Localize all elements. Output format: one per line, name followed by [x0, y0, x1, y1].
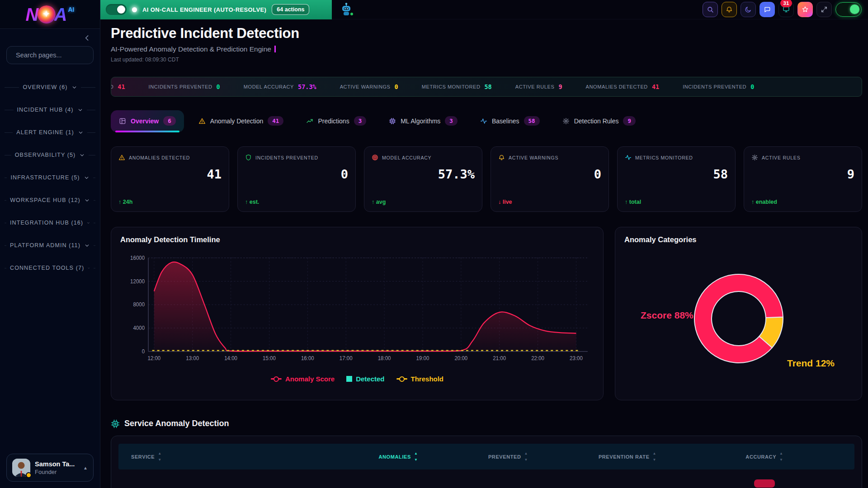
svg-text:8000: 8000 — [133, 301, 145, 307]
tab-count-badge: 9 — [623, 116, 636, 126]
search-input[interactable] — [16, 52, 100, 59]
tab-overview[interactable]: Overview 6 — [111, 110, 184, 132]
sidebar-section-item[interactable]: OVERVIEW (6) — [0, 76, 100, 99]
notifications-monitor-button[interactable]: 31 — [778, 2, 794, 17]
bell-icon — [498, 154, 505, 161]
sidebar-section-item[interactable]: WORKSPACE HUB (12) — [0, 189, 100, 211]
ticker-item: INCIDENTS PREVENTED 0 — [683, 83, 754, 90]
sidebar-section-item[interactable]: INCIDENT HUB (4) — [0, 99, 100, 121]
timeline-chart-card: Anomaly Detection Timeline 0400080001200… — [111, 227, 604, 400]
chart-legend: Anomaly Score Detected Threshold — [120, 375, 594, 383]
warning-icon — [118, 154, 125, 161]
sidebar-nav: OVERVIEW (6) INCIDENT HUB (4) ALERT ENGI… — [0, 76, 100, 279]
layout-icon — [119, 117, 126, 125]
stat-card: ACTIVE RULES 9 ↑ enabled — [744, 146, 862, 212]
fullscreen-button[interactable] — [816, 2, 832, 17]
sidebar-section-item[interactable]: CONNECTED TOOLS (7) — [0, 257, 100, 279]
table-column-header[interactable]: ANOMALIES ▲▼ — [361, 452, 436, 462]
topbar: AI ON-CALL ENGINEER (AUTO-RESOLVE) 64 ac… — [100, 0, 868, 19]
tab-predictions[interactable]: Predictions 3 — [298, 110, 374, 132]
table-column-header[interactable]: PREVENTED ▲▼ — [436, 452, 580, 462]
sidebar-section-item[interactable]: INTEGRATION HUB (16) — [0, 211, 100, 234]
sort-arrows-icon: ▲▼ — [158, 452, 162, 462]
ticker-item: ANOMALIES DETECTED 41 — [111, 83, 125, 90]
sidebar-section-item[interactable]: ALERT ENGINE (1) — [0, 121, 100, 144]
search-button[interactable] — [703, 2, 718, 17]
moon-icon — [745, 6, 752, 13]
legend-anomaly-score[interactable]: Anomaly Score — [271, 375, 335, 383]
svg-text:12000: 12000 — [130, 278, 145, 284]
ticker-item: ACTIVE WARNINGS 0 — [340, 83, 398, 90]
tab-baselines[interactable]: Baselines 58 — [472, 110, 548, 132]
ai-assistant-robot-icon[interactable] — [339, 2, 354, 17]
svg-text:0: 0 — [142, 348, 145, 354]
search-icon — [707, 6, 714, 13]
logo-letter-a: A — [54, 5, 67, 23]
alerts-button[interactable] — [722, 2, 737, 17]
cpu-icon — [389, 117, 396, 125]
tab-detection-rules[interactable]: Detection Rules 9 — [554, 110, 644, 132]
user-name: Samson Ta... — [35, 460, 79, 468]
svg-text:19:00: 19:00 — [416, 355, 429, 361]
table-row[interactable] — [118, 479, 854, 488]
svg-text:21:00: 21:00 — [493, 355, 506, 361]
dark-mode-button[interactable] — [741, 2, 756, 17]
sidebar-section-item[interactable]: INFRASTRUCTURE (5) — [0, 166, 100, 189]
tab-ml-algorithms[interactable]: ML Algorithms 3 — [381, 110, 466, 132]
theme-toggle[interactable] — [835, 2, 862, 17]
logo-orb-icon — [38, 5, 56, 23]
svg-text:23:00: 23:00 — [570, 355, 583, 361]
auto-resolve-toggle[interactable] — [106, 4, 127, 15]
stat-cards: ANOMALIES DETECTED 41 ↑ 24h INCIDENTS PR… — [111, 146, 862, 212]
legend-threshold[interactable]: Threshold — [396, 375, 444, 383]
categories-chart-card: Anomaly Categories Zscore 88%Trend 12% — [615, 227, 862, 400]
chat-button[interactable] — [760, 2, 775, 17]
favorites-button[interactable] — [797, 2, 813, 17]
chevron-down-icon — [84, 243, 90, 249]
accuracy-badge — [754, 479, 775, 488]
chevron-down-icon — [78, 130, 84, 136]
chevron-down-icon — [88, 265, 90, 271]
line-marker-icon — [271, 378, 282, 380]
table-section-heading: Service Anomaly Detection — [111, 419, 862, 428]
expand-icon — [821, 6, 828, 13]
app-logo[interactable]: N A AI — [0, 0, 100, 29]
sort-arrows-icon: ▲▼ — [414, 452, 418, 462]
table-column-header[interactable]: ACCURACY ▲▼ — [675, 452, 854, 462]
bell-icon — [726, 6, 733, 13]
cpu-icon — [111, 419, 120, 428]
ticker-item: METRICS MONITORED 58 — [422, 83, 492, 90]
actions-count-badge[interactable]: 64 actions — [272, 4, 309, 15]
stat-card: ANOMALIES DETECTED 41 ↑ 24h — [111, 146, 229, 212]
last-updated: Last updated: 08:09:30 CDT — [111, 56, 862, 63]
gear-icon — [751, 154, 758, 161]
user-card[interactable]: Samson Ta... Founder ▲ — [6, 454, 94, 482]
page-title: Predictive Incident Detection — [111, 25, 862, 42]
sidebar-section-item[interactable]: PLATFORM ADMIN (11) — [0, 234, 100, 257]
svg-text:12:00: 12:00 — [147, 355, 160, 361]
tab-bar: Overview 6 Anomaly Detection 41 Predicti… — [111, 110, 862, 136]
legend-detected[interactable]: Detected — [346, 375, 384, 383]
line-marker-icon — [396, 378, 407, 380]
ticker-item: ANOMALIES DETECTED 41 — [586, 83, 660, 90]
svg-text:20:00: 20:00 — [454, 355, 467, 361]
svg-text:16000: 16000 — [130, 255, 145, 261]
tab-count-badge: 41 — [268, 116, 283, 126]
sidebar-collapse-icon[interactable] — [83, 33, 92, 42]
chat-bubble-icon — [764, 6, 771, 13]
svg-text:22:00: 22:00 — [531, 355, 544, 361]
timeline-chart-title: Anomaly Detection Timeline — [120, 235, 594, 244]
activity-icon — [480, 117, 487, 125]
tab-anomaly-detection[interactable]: Anomaly Detection 41 — [190, 110, 292, 132]
chevron-down-icon — [77, 107, 83, 113]
svg-text:18:00: 18:00 — [378, 355, 391, 361]
sidebar-section-item[interactable]: OBSERVABILITY (5) — [0, 144, 100, 166]
chevron-up-icon: ▲ — [83, 465, 88, 470]
sort-arrows-icon: ▲▼ — [653, 452, 657, 462]
anomaly-categories-donut: Zscore 88%Trend 12% — [624, 262, 853, 411]
notification-count-badge: 31 — [780, 0, 792, 7]
table-column-header[interactable]: PREVENTION RATE ▲▼ — [580, 452, 675, 462]
table-column-header[interactable]: SERVICE ▲▼ — [118, 452, 361, 462]
chevron-down-icon — [71, 84, 77, 90]
svg-text:13:00: 13:00 — [186, 355, 199, 361]
